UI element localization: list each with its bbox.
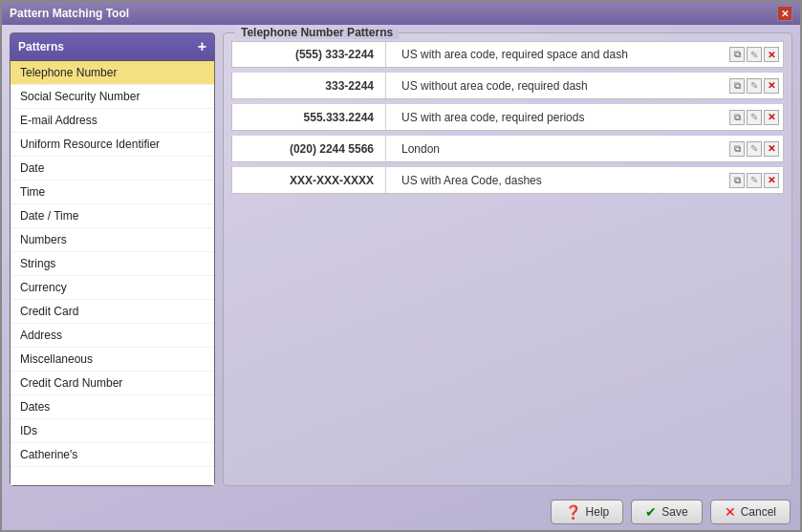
sidebar-item-6[interactable]: Date / Time <box>11 204 214 228</box>
sidebar-item-5[interactable]: Time <box>11 181 214 204</box>
pattern-row: (020) 2244 5566 London ⧉ ✎ ✕ <box>231 136 784 162</box>
edit-button[interactable]: ✎ <box>747 110 762 125</box>
pattern-row: XXX-XXX-XXXX US with Area Code, dashes ⧉… <box>231 167 784 194</box>
pattern-desc: London <box>398 142 729 156</box>
left-panel: Patterns + Telephone NumberSocial Securi… <box>10 32 215 486</box>
pattern-separator <box>385 73 386 98</box>
patterns-box-legend: Telephone Number Patterns <box>235 26 399 39</box>
copy-button[interactable]: ⧉ <box>729 141 745 157</box>
copy-button[interactable]: ⧉ <box>729 173 745 188</box>
save-button[interactable]: ✔ Save <box>631 500 702 524</box>
pattern-desc: US with area code, required periods <box>398 111 729 124</box>
save-label: Save <box>661 505 687 519</box>
sidebar-item-9[interactable]: Currency <box>11 276 214 300</box>
pattern-separator <box>385 167 386 193</box>
cancel-button[interactable]: ✕ Cancel <box>710 500 791 524</box>
sidebar-item-14[interactable]: Dates <box>11 395 214 419</box>
help-label: Help <box>586 505 610 519</box>
sidebar-item-2[interactable]: E-mail Address <box>11 109 214 133</box>
pattern-value: XXX-XXX-XXXX <box>232 174 385 187</box>
pattern-actions: ⧉ ✎ ✕ <box>729 141 783 157</box>
titlebar: Pattern Matching Tool ✕ <box>2 2 800 25</box>
delete-button[interactable]: ✕ <box>764 110 779 125</box>
pattern-actions: ⧉ ✎ ✕ <box>729 47 783 62</box>
pattern-row: 333-2244 US without area code, required … <box>231 73 784 99</box>
sidebar-item-7[interactable]: Numbers <box>11 228 214 252</box>
cancel-icon: ✕ <box>725 504 736 520</box>
sidebar-item-3[interactable]: Uniform Resource Identifier <box>11 133 214 157</box>
edit-button[interactable]: ✎ <box>747 141 762 157</box>
delete-button[interactable]: ✕ <box>764 78 779 94</box>
pattern-value: (555) 333-2244 <box>232 48 385 61</box>
edit-button[interactable]: ✎ <box>747 78 762 94</box>
delete-button[interactable]: ✕ <box>764 173 779 188</box>
pattern-actions: ⧉ ✎ ✕ <box>729 110 783 125</box>
delete-button[interactable]: ✕ <box>764 141 779 157</box>
close-button[interactable]: ✕ <box>777 6 792 21</box>
pattern-value: (020) 2244 5566 <box>232 142 385 156</box>
pattern-separator <box>385 136 386 161</box>
help-button[interactable]: ❓ Help <box>551 500 624 524</box>
panel-header: Patterns + <box>11 33 214 61</box>
save-icon: ✔ <box>645 504 657 520</box>
sidebar-item-8[interactable]: Strings <box>11 252 214 276</box>
window-title: Pattern Matching Tool <box>10 7 129 20</box>
cancel-label: Cancel <box>741 505 776 519</box>
pattern-row: 555.333.2244 US with area code, required… <box>231 104 784 131</box>
sidebar-item-16[interactable]: Catherine's <box>11 443 214 467</box>
pattern-desc: US with area code, required space and da… <box>398 48 729 61</box>
patterns-box: Telephone Number Patterns (555) 333-2244… <box>223 32 792 486</box>
copy-button[interactable]: ⧉ <box>729 110 745 125</box>
right-panel: Telephone Number Patterns (555) 333-2244… <box>223 32 792 486</box>
pattern-value: 555.333.2244 <box>232 111 385 124</box>
panel-header-title: Patterns <box>18 40 64 53</box>
sidebar-item-4[interactable]: Date <box>11 157 214 181</box>
main-content: Patterns + Telephone NumberSocial Securi… <box>2 25 800 494</box>
main-window: Pattern Matching Tool ✕ Patterns + Telep… <box>0 0 802 532</box>
sidebar-list: Telephone NumberSocial Security NumberE-… <box>11 61 214 485</box>
bottom-bar: ❓ Help ✔ Save ✕ Cancel <box>2 494 800 530</box>
pattern-separator <box>385 42 386 67</box>
sidebar-item-13[interactable]: Credit Card Number <box>11 372 214 395</box>
pattern-row: (555) 333-2244 US with area code, requir… <box>231 41 784 68</box>
edit-button[interactable]: ✎ <box>747 47 762 62</box>
copy-button[interactable]: ⧉ <box>729 78 745 94</box>
pattern-desc: US without area code, required dash <box>398 79 729 93</box>
sidebar-item-12[interactable]: Miscellaneous <box>11 348 214 372</box>
sidebar-item-1[interactable]: Social Security Number <box>11 85 214 109</box>
pattern-rows-container: (555) 333-2244 US with area code, requir… <box>231 41 784 196</box>
add-pattern-button[interactable]: + <box>198 39 206 54</box>
pattern-actions: ⧉ ✎ ✕ <box>729 173 783 188</box>
pattern-separator <box>385 104 386 130</box>
copy-button[interactable]: ⧉ <box>729 47 745 62</box>
sidebar-item-0[interactable]: Telephone Number <box>11 61 214 85</box>
edit-button[interactable]: ✎ <box>747 173 762 188</box>
sidebar-item-10[interactable]: Credit Card <box>11 300 214 324</box>
help-icon: ❓ <box>565 504 581 520</box>
pattern-actions: ⧉ ✎ ✕ <box>729 78 783 94</box>
pattern-desc: US with Area Code, dashes <box>398 174 729 187</box>
pattern-value: 333-2244 <box>232 79 385 93</box>
sidebar-item-11[interactable]: Address <box>11 324 214 348</box>
delete-button[interactable]: ✕ <box>764 47 779 62</box>
sidebar-item-15[interactable]: IDs <box>11 419 214 443</box>
